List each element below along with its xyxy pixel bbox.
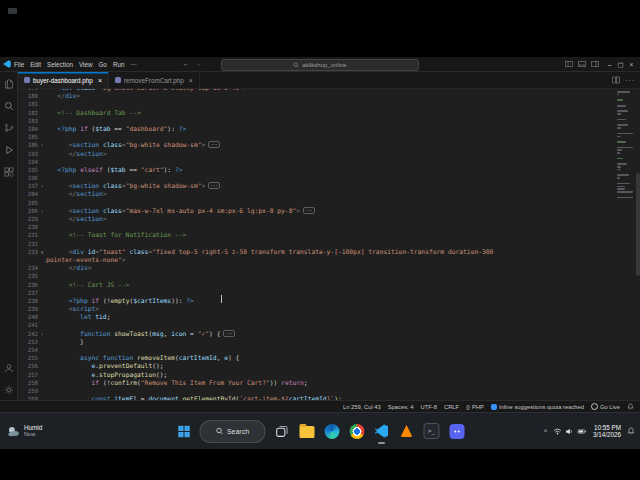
code-line[interactable]: 257 e.stopPropagation(); [18,371,614,379]
line-number[interactable]: 185 [18,133,38,141]
line-number[interactable]: 253 [18,338,38,346]
maximize-button[interactable]: ▢ [615,58,626,71]
weather-widget[interactable]: Humid Now [7,424,42,438]
code-line[interactable]: 183 [18,117,614,125]
discord-button[interactable] [448,416,466,446]
fold-chevron-icon[interactable]: › [38,207,46,215]
close-button[interactable]: × [626,58,637,71]
code-line[interactable]: 186› <section class="bg-white shadow-sm"… [18,141,614,149]
toggle-sidebar-icon[interactable] [565,60,573,68]
code-line[interactable]: 193 </section> [18,150,614,158]
code-line[interactable]: 253 } [18,338,614,346]
code-line[interactable]: 256 e.preventDefault(); [18,362,614,370]
line-number[interactable]: 254 [18,346,38,354]
fold-chevron-icon[interactable]: › [38,330,46,338]
line-number[interactable]: 197 [18,182,38,190]
minimap[interactable] [617,91,634,199]
fold-chevron-icon[interactable]: ∨ [38,248,46,256]
edge-button[interactable] [323,416,341,446]
line-number[interactable]: 237 [18,289,38,297]
command-center-search[interactable]: aklikshop_online [221,59,419,71]
start-button[interactable] [175,416,193,446]
code-line[interactable]: 184 <?php if ($tab == "dashboard"): ?> [18,125,614,133]
vlc-button[interactable] [398,416,416,446]
code-line[interactable]: 233∨ <div id="toast" class="fixed top-5 … [18,248,614,256]
line-number[interactable]: 182 [18,109,38,117]
code-line[interactable]: 259 [18,387,614,395]
vscode-button[interactable] [373,416,391,446]
line-number[interactable]: 186 [18,141,38,149]
tray-expand-icon[interactable]: ^ [544,428,547,435]
encoding-setting[interactable]: UTF-8 [421,404,437,410]
code-line[interactable]: 238 <?php if (!empty($cartItems)): ?> [18,297,614,305]
menu-item[interactable]: Selection [47,61,73,68]
editor-tab[interactable]: buyer-dashboard.php× [18,72,109,88]
code-line[interactable]: 195 <?php elseif ($tab == "cart"): ?> [18,166,614,174]
code-line[interactable]: 231 <!-- Toast for Notification --> [18,231,614,239]
line-number[interactable]: 230 [18,223,38,231]
explorer-icon[interactable] [2,77,15,90]
language-mode[interactable]: {} PHP [466,404,484,410]
more-actions-icon[interactable]: ··· [625,77,635,84]
account-icon[interactable] [2,361,15,374]
forward-arrow-icon[interactable]: → [195,59,202,69]
code-line[interactable]: 182 <!-- Dashboard Tab --> [18,109,614,117]
line-number[interactable]: 204 [18,190,38,198]
line-number[interactable]: 256 [18,362,38,370]
line-number[interactable]: 229 [18,215,38,223]
code-line[interactable]: 234 </div> [18,264,614,272]
line-number[interactable]: 234 [18,264,38,272]
line-number[interactable]: 232 [18,240,38,248]
line-number[interactable]: 257 [18,371,38,379]
line-number[interactable] [18,256,38,264]
code-line[interactable]: 260 const itemEl = document.getElementBy… [18,395,614,400]
toggle-panel-icon[interactable] [578,60,586,68]
editor-scrollbar[interactable] [635,89,640,400]
run-debug-icon[interactable] [2,143,15,156]
line-number[interactable]: 239 [18,305,38,313]
code-line[interactable]: 229 </section> [18,215,614,223]
line-number[interactable]: 240 [18,313,38,321]
menu-item[interactable]: View [79,61,93,68]
line-number[interactable]: 258 [18,379,38,387]
line-number[interactable]: 242 [18,330,38,338]
source-control-icon[interactable] [2,121,15,134]
cursor-position[interactable]: Ln 259, Col 43 [343,404,381,410]
indentation-setting[interactable]: Spaces: 4 [388,404,414,410]
clock[interactable]: 10:55 PM 3/14/2026 [593,424,621,439]
menu-item[interactable]: Run [113,61,125,68]
line-number[interactable]: 233 [18,248,38,256]
line-number[interactable]: 205 [18,199,38,207]
customize-layout-icon[interactable] [591,60,599,68]
code-line[interactable]: 241 [18,321,614,329]
extensions-icon[interactable] [2,165,15,178]
line-number[interactable]: 255 [18,354,38,362]
terminal-button[interactable]: >_ [423,416,441,446]
code-line[interactable]: 239 <script> [18,305,614,313]
scrollbar-thumb[interactable] [636,173,640,276]
split-editor-icon[interactable] [612,76,620,84]
line-number[interactable]: 183 [18,117,38,125]
menu-item[interactable]: Go [98,61,106,68]
menu-item[interactable]: Edit [30,61,41,68]
code-line[interactable]: 205 [18,199,614,207]
code-line[interactable]: 240 let tid; [18,313,614,321]
code-line[interactable]: 230 [18,223,614,231]
code-line[interactable]: 242› function showToast(msg, icon = "✓")… [18,330,614,338]
editor-tab[interactable]: removeFromCart.php× [109,72,200,88]
code-line[interactable]: pointer-events-none"> [18,256,614,264]
menu-item[interactable]: File [14,61,24,68]
code-line[interactable]: 236 <!-- Cart JS --> [18,281,614,289]
line-number[interactable]: 180 [18,92,38,100]
line-number[interactable]: 259 [18,387,38,395]
code-line[interactable]: 181 [18,100,614,108]
fold-chevron-icon[interactable]: › [38,182,46,190]
go-live-button[interactable]: Go Live [591,403,620,410]
line-number[interactable]: 260 [18,395,38,400]
search-icon[interactable] [2,99,15,112]
taskbar-search[interactable]: Search [200,420,266,443]
line-number[interactable]: 241 [18,321,38,329]
code-line[interactable]: 197› <section class="bg-white shadow-sm"… [18,182,614,190]
code-line[interactable]: 204 </section> [18,190,614,198]
chrome-button[interactable] [348,416,366,446]
